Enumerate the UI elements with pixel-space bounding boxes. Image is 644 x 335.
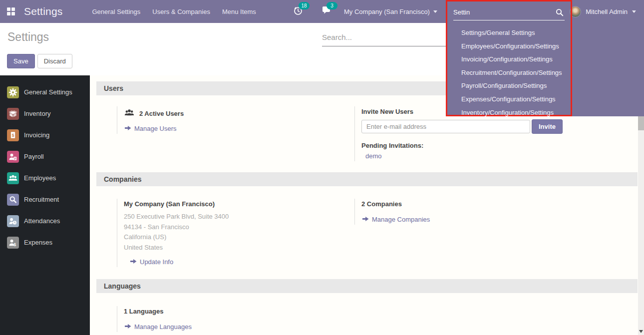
pending-invitation-user[interactable]: demo bbox=[361, 152, 638, 160]
search-result-item[interactable]: Invoicing/Configuration/Settings bbox=[461, 53, 571, 66]
page-title: Settings bbox=[7, 30, 49, 44]
address-line: 250 Executive Park Blvd, Suite 3400 bbox=[124, 212, 354, 222]
messages-count-badge: 3 bbox=[326, 2, 337, 9]
company-switcher[interactable]: My Company (San Francisco) bbox=[344, 8, 437, 15]
svg-text:$: $ bbox=[12, 132, 14, 137]
systray: 18 3 My Company (San Francisco) bbox=[294, 0, 437, 23]
settings-sidebar: General Settings Inventory $ Invoicing P… bbox=[0, 75, 90, 335]
invite-button[interactable]: Invite bbox=[532, 119, 563, 134]
settings-search bbox=[322, 29, 446, 46]
control-buttons: Save Discard bbox=[7, 54, 72, 68]
invite-email-input[interactable] bbox=[361, 120, 530, 133]
company-switcher-label: My Company (San Francisco) bbox=[344, 8, 430, 15]
manage-users-link[interactable]: Manage Users bbox=[124, 125, 354, 132]
sidebar-item-inventory[interactable]: Inventory bbox=[0, 103, 90, 124]
section-header-companies: Companies bbox=[96, 172, 638, 186]
company-address: 250 Executive Park Blvd, Suite 3400 9413… bbox=[124, 212, 354, 253]
arrow-right-icon bbox=[125, 323, 131, 331]
activity-button[interactable]: 18 bbox=[294, 6, 303, 17]
users-group-icon bbox=[124, 108, 135, 119]
navbar-menu: General Settings Users & Companies Menu … bbox=[91, 6, 257, 17]
messages-button[interactable]: 3 bbox=[322, 6, 331, 17]
employees-icon bbox=[7, 172, 19, 184]
scrollbar-down-arrow-icon[interactable] bbox=[639, 330, 643, 333]
languages-count: 1 Languages bbox=[124, 308, 354, 315]
search-result-item[interactable]: Payroll/Configuration/Settings bbox=[461, 79, 571, 93]
pending-invitations-label: Pending Invitations: bbox=[361, 142, 638, 149]
search-result-item[interactable]: Recruitment/Configuration/Settings bbox=[461, 66, 571, 80]
sidebar-item-invoicing[interactable]: $ Invoicing bbox=[0, 124, 90, 146]
sidebar-item-expenses[interactable]: $ Expenses bbox=[0, 232, 90, 253]
sidebar-item-label: Payroll bbox=[24, 153, 44, 160]
sidebar-item-general-settings[interactable]: General Settings bbox=[0, 81, 90, 103]
sidebar-item-label: Attendances bbox=[24, 217, 60, 225]
odoo-settings-screen: Settings General Settings Users & Compan… bbox=[0, 0, 644, 335]
users-left-column: 2 Active Users Manage Users bbox=[90, 106, 354, 161]
search-icon bbox=[556, 8, 564, 18]
languages-left-column: 1 Languages Manage Languages bbox=[90, 306, 354, 332]
sidebar-item-payroll[interactable]: Payroll bbox=[0, 146, 90, 167]
save-button[interactable]: Save bbox=[7, 54, 35, 68]
companies-right-column: 2 Companies Manage Companies bbox=[354, 199, 638, 267]
sidebar-item-attendances[interactable]: Attendances bbox=[0, 210, 90, 232]
companies-section-body: My Company (San Francisco) 250 Executive… bbox=[90, 186, 638, 273]
search-result-item[interactable]: Expenses/Configuration/Settings bbox=[461, 93, 571, 106]
activity-count-badge: 18 bbox=[299, 2, 310, 9]
settings-search-input[interactable] bbox=[322, 29, 446, 46]
address-line: 94134 - San Francisco bbox=[124, 222, 354, 233]
manage-languages-link[interactable]: Manage Languages bbox=[124, 323, 354, 331]
menu-search-highlight-box: Settings/General Settings Employees/Conf… bbox=[446, 0, 572, 116]
address-line: California (US) bbox=[124, 232, 354, 243]
search-result-item[interactable]: Inventory/Configuration/Settings bbox=[461, 106, 571, 120]
companies-count: 2 Companies bbox=[361, 200, 638, 208]
manage-companies-label: Manage Companies bbox=[372, 216, 430, 223]
recruitment-icon bbox=[7, 194, 19, 206]
arrow-right-icon bbox=[130, 258, 137, 266]
search-result-item[interactable]: Employees/Configuration/Settings bbox=[461, 40, 571, 53]
user-menu[interactable]: Mitchell Admin bbox=[570, 0, 636, 23]
languages-section-body: 1 Languages Manage Languages bbox=[90, 293, 638, 335]
apps-menu-icon[interactable] bbox=[7, 7, 15, 15]
menu-menu-items[interactable]: Menu Items bbox=[221, 6, 257, 17]
payroll-icon bbox=[7, 151, 19, 163]
menu-users-companies[interactable]: Users & Companies bbox=[151, 6, 211, 17]
box-icon bbox=[7, 108, 19, 120]
update-info-link[interactable]: Update Info bbox=[124, 258, 354, 266]
sidebar-item-employees[interactable]: Employees bbox=[0, 167, 90, 189]
expense-icon: $ bbox=[7, 237, 19, 249]
menu-search-results: Settings/General Settings Employees/Conf… bbox=[447, 26, 571, 119]
sidebar-item-label: Expenses bbox=[24, 239, 52, 246]
active-users-count: 2 Active Users bbox=[139, 110, 184, 117]
chevron-down-icon bbox=[632, 10, 636, 13]
sidebar-item-label: Employees bbox=[24, 174, 56, 182]
arrow-right-icon bbox=[362, 216, 369, 223]
chevron-down-icon bbox=[433, 10, 437, 13]
sidebar-item-label: Invoicing bbox=[24, 131, 49, 139]
app-title: Settings bbox=[24, 5, 62, 17]
sidebar-item-label: Inventory bbox=[24, 110, 50, 117]
invoice-icon: $ bbox=[7, 129, 19, 141]
sidebar-item-label: Recruitment bbox=[24, 196, 59, 203]
menu-general-settings[interactable]: General Settings bbox=[91, 6, 141, 17]
svg-text:$: $ bbox=[13, 242, 16, 247]
scrollbar-thumb[interactable] bbox=[638, 116, 644, 130]
section-header-languages: Languages bbox=[96, 279, 638, 293]
menu-search-input[interactable] bbox=[453, 5, 565, 20]
attendance-icon bbox=[7, 215, 19, 227]
manage-users-label: Manage Users bbox=[134, 125, 177, 132]
search-result-item[interactable]: Settings/General Settings bbox=[461, 26, 571, 40]
sidebar-item-label: General Settings bbox=[24, 88, 72, 96]
menu-search-panel: Mitchell Admin Settings/General Settings… bbox=[446, 0, 644, 116]
address-line: United States bbox=[124, 243, 354, 253]
sidebar-item-recruitment[interactable]: Recruitment bbox=[0, 189, 90, 210]
company-name: My Company (San Francisco) bbox=[124, 200, 354, 208]
arrow-right-icon bbox=[125, 125, 131, 132]
user-name: Mitchell Admin bbox=[586, 8, 628, 15]
clock-icon bbox=[294, 8, 303, 17]
update-info-label: Update Info bbox=[140, 258, 173, 266]
companies-left-column: My Company (San Francisco) 250 Executive… bbox=[90, 199, 354, 267]
discard-button[interactable]: Discard bbox=[37, 54, 72, 68]
gear-icon bbox=[7, 86, 19, 98]
manage-companies-link[interactable]: Manage Companies bbox=[361, 216, 638, 223]
manage-languages-label: Manage Languages bbox=[134, 323, 192, 331]
